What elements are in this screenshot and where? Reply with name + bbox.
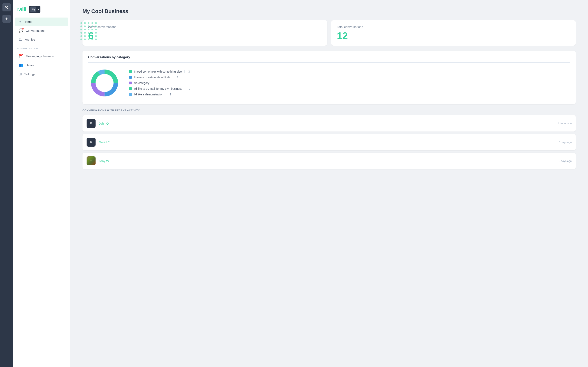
legend-dot-4 bbox=[129, 93, 132, 96]
sidebar: ralli JQ ▾ ⌂ Home 💬 Conversations 🗂 Arch… bbox=[13, 0, 70, 367]
sidebar-item-home-label: Home bbox=[24, 20, 32, 24]
conversation-card-1[interactable]: D David C 5 days ago bbox=[82, 134, 576, 150]
sidebar-item-users-label: Users bbox=[26, 63, 34, 67]
sidebar-account-avatar: JQ bbox=[30, 7, 36, 12]
dots-decoration bbox=[78, 20, 99, 42]
legend-item-1: I have a question about Ralli | 3 bbox=[129, 76, 190, 79]
settings-icon: ⊞ bbox=[19, 72, 22, 76]
sidebar-nav: ⌂ Home 💬 Conversations 🗂 Archive Adminis… bbox=[13, 17, 70, 79]
legend-count-4: 1 bbox=[170, 93, 171, 96]
icon-bar-user-avatar[interactable]: JQ bbox=[2, 3, 11, 11]
sidebar-logo-area: ralli JQ ▾ bbox=[13, 4, 70, 17]
conv-avatar-2: T bbox=[86, 156, 95, 165]
legend-item-4: I'd like a demonstration | 1 bbox=[129, 93, 190, 96]
legend-count-2: 3 bbox=[156, 81, 157, 85]
conv-name-1: David C bbox=[99, 141, 555, 144]
conv-time-1: 5 days ago bbox=[559, 141, 572, 144]
sidebar-item-conversations-label: Conversations bbox=[26, 29, 45, 33]
conversations-badge bbox=[22, 28, 24, 30]
users-icon: 👥 bbox=[19, 63, 23, 67]
svg-point-5 bbox=[95, 74, 113, 92]
legend-item-3: I'd like to try Ralli for my own busines… bbox=[129, 87, 190, 90]
legend-count-1: 3 bbox=[176, 76, 178, 79]
sidebar-account-switcher[interactable]: JQ ▾ bbox=[29, 6, 40, 13]
chart-legend: I need some help with something else | 3… bbox=[129, 70, 190, 96]
sidebar-item-messaging-channels[interactable]: 🚩 Messaging channels bbox=[15, 52, 68, 60]
sidebar-item-settings[interactable]: ⊞ Settings bbox=[15, 70, 68, 78]
legend-count-0: 3 bbox=[188, 70, 190, 73]
chevron-down-icon: ▾ bbox=[38, 8, 39, 11]
stats-row: Active conversations 6 Total conversatio… bbox=[82, 20, 576, 46]
conversation-card-0[interactable]: B John Q 4 hours ago bbox=[82, 115, 576, 132]
legend-dot-0 bbox=[129, 70, 132, 73]
legend-label-2: No category bbox=[134, 81, 149, 85]
main-content: My Cool Business Active conversations 6 … bbox=[70, 0, 588, 367]
conv-avatar-1: D bbox=[86, 138, 95, 147]
legend-label-1: I have a question about Ralli bbox=[134, 76, 170, 79]
active-conversations-value: 6 bbox=[88, 31, 321, 41]
chart-title: Conversations by category bbox=[88, 55, 570, 63]
total-conversations-value: 12 bbox=[337, 31, 570, 41]
recent-activity-section-title: CONVERSATIONS WITH RECENT ACTIVITY bbox=[82, 109, 576, 112]
logo-text: ralli bbox=[17, 6, 26, 13]
icon-bar: JQ + bbox=[0, 0, 13, 367]
active-conversations-label: Active conversations bbox=[88, 25, 321, 29]
icon-bar-add-button[interactable]: + bbox=[2, 15, 11, 23]
conv-time-2: 5 days ago bbox=[559, 159, 572, 162]
chart-content: I need some help with something else | 3… bbox=[88, 67, 570, 99]
archive-icon: 🗂 bbox=[19, 37, 22, 42]
legend-count-3: 2 bbox=[189, 87, 190, 90]
legend-item-0: I need some help with something else | 3 bbox=[129, 70, 190, 73]
chart-card: Conversations by category bbox=[82, 50, 576, 104]
legend-dot-1 bbox=[129, 76, 132, 79]
sidebar-item-home[interactable]: ⌂ Home bbox=[15, 17, 68, 26]
conv-avatar-0: B bbox=[86, 119, 95, 128]
legend-dot-2 bbox=[129, 82, 132, 84]
sidebar-item-messaging-channels-label: Messaging channels bbox=[26, 54, 54, 58]
donut-chart bbox=[88, 67, 121, 99]
conv-name-0: John Q bbox=[99, 122, 554, 125]
admin-section-label: Administration bbox=[13, 44, 70, 51]
conv-name-2: Tony W bbox=[99, 159, 555, 163]
conv-time-0: 4 hours ago bbox=[558, 122, 572, 125]
total-conversations-card: Total conversations 12 bbox=[331, 20, 576, 46]
sidebar-item-settings-label: Settings bbox=[24, 72, 35, 76]
sidebar-item-archive[interactable]: 🗂 Archive bbox=[15, 35, 68, 44]
total-conversations-label: Total conversations bbox=[337, 25, 570, 29]
page-title: My Cool Business bbox=[82, 8, 576, 15]
legend-item-2: No category | 3 bbox=[129, 81, 190, 85]
conversation-card-2[interactable]: T Tony W 5 days ago bbox=[82, 153, 576, 169]
sidebar-item-archive-label: Archive bbox=[25, 38, 35, 41]
sidebar-item-conversations[interactable]: 💬 Conversations bbox=[15, 26, 68, 35]
home-icon: ⌂ bbox=[19, 20, 21, 24]
legend-label-0: I need some help with something else bbox=[134, 70, 182, 73]
flag-icon: 🚩 bbox=[19, 54, 23, 58]
sidebar-item-users[interactable]: 👥 Users bbox=[15, 61, 68, 69]
legend-label-4: I'd like a demonstration bbox=[134, 93, 163, 96]
legend-dot-3 bbox=[129, 87, 132, 90]
legend-label-3: I'd like to try Ralli for my own busines… bbox=[134, 87, 182, 90]
active-conversations-card: Active conversations 6 bbox=[82, 20, 327, 46]
